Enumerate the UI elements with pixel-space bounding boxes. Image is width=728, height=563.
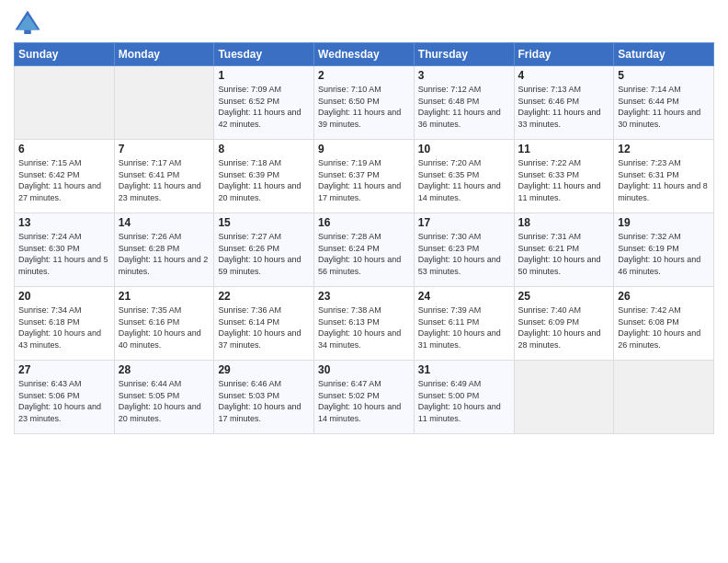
day-info: Sunrise: 7:27 AM Sunset: 6:26 PM Dayligh… bbox=[218, 231, 310, 277]
logo-icon bbox=[14, 9, 41, 37]
day-info: Sunrise: 7:38 AM Sunset: 6:13 PM Dayligh… bbox=[318, 304, 410, 350]
day-number: 1 bbox=[218, 69, 310, 82]
day-number: 9 bbox=[318, 143, 410, 155]
day-number: 13 bbox=[18, 216, 110, 229]
calendar-cell: 27Sunrise: 6:43 AM Sunset: 5:06 PM Dayli… bbox=[15, 361, 115, 434]
week-row-5: 27Sunrise: 6:43 AM Sunset: 5:06 PM Dayli… bbox=[15, 361, 714, 434]
day-info: Sunrise: 6:49 AM Sunset: 5:00 PM Dayligh… bbox=[418, 378, 510, 424]
calendar-cell: 4Sunrise: 7:13 AM Sunset: 6:46 PM Daylig… bbox=[514, 66, 614, 140]
calendar-cell: 31Sunrise: 6:49 AM Sunset: 5:00 PM Dayli… bbox=[414, 361, 514, 434]
calendar-cell: 16Sunrise: 7:28 AM Sunset: 6:24 PM Dayli… bbox=[314, 213, 415, 287]
day-info: Sunrise: 7:14 AM Sunset: 6:44 PM Dayligh… bbox=[618, 84, 710, 130]
day-number: 18 bbox=[518, 216, 610, 229]
day-number: 3 bbox=[418, 69, 510, 82]
week-row-3: 13Sunrise: 7:24 AM Sunset: 6:30 PM Dayli… bbox=[15, 213, 714, 287]
calendar-cell: 10Sunrise: 7:20 AM Sunset: 6:35 PM Dayli… bbox=[414, 140, 514, 213]
day-number: 15 bbox=[218, 216, 310, 229]
day-info: Sunrise: 7:13 AM Sunset: 6:46 PM Dayligh… bbox=[518, 84, 610, 130]
day-number: 29 bbox=[218, 363, 310, 376]
calendar-cell: 9Sunrise: 7:19 AM Sunset: 6:37 PM Daylig… bbox=[314, 140, 415, 213]
weekday-header-saturday: Saturday bbox=[614, 43, 714, 66]
calendar-cell: 13Sunrise: 7:24 AM Sunset: 6:30 PM Dayli… bbox=[15, 213, 115, 287]
day-info: Sunrise: 7:12 AM Sunset: 6:48 PM Dayligh… bbox=[418, 84, 510, 130]
calendar-cell: 11Sunrise: 7:22 AM Sunset: 6:33 PM Dayli… bbox=[514, 140, 614, 213]
calendar-table: SundayMondayTuesdayWednesdayThursdayFrid… bbox=[14, 42, 714, 434]
calendar-cell bbox=[114, 66, 214, 140]
weekday-header-sunday: Sunday bbox=[15, 43, 115, 66]
day-number: 14 bbox=[119, 216, 210, 229]
day-info: Sunrise: 7:20 AM Sunset: 6:35 PM Dayligh… bbox=[418, 157, 510, 203]
day-info: Sunrise: 7:28 AM Sunset: 6:24 PM Dayligh… bbox=[318, 231, 410, 277]
calendar-cell: 15Sunrise: 7:27 AM Sunset: 6:26 PM Dayli… bbox=[214, 213, 314, 287]
calendar-header bbox=[14, 9, 714, 37]
calendar-cell: 20Sunrise: 7:34 AM Sunset: 6:18 PM Dayli… bbox=[15, 287, 115, 361]
day-info: Sunrise: 7:22 AM Sunset: 6:33 PM Dayligh… bbox=[518, 157, 610, 203]
calendar-cell: 19Sunrise: 7:32 AM Sunset: 6:19 PM Dayli… bbox=[614, 213, 714, 287]
day-number: 2 bbox=[318, 69, 410, 82]
day-info: Sunrise: 7:26 AM Sunset: 6:28 PM Dayligh… bbox=[119, 231, 210, 277]
calendar-cell: 1Sunrise: 7:09 AM Sunset: 6:52 PM Daylig… bbox=[214, 66, 314, 140]
weekday-header-row: SundayMondayTuesdayWednesdayThursdayFrid… bbox=[15, 43, 714, 66]
day-info: Sunrise: 7:18 AM Sunset: 6:39 PM Dayligh… bbox=[218, 157, 310, 203]
day-info: Sunrise: 7:32 AM Sunset: 6:19 PM Dayligh… bbox=[618, 231, 710, 277]
week-row-4: 20Sunrise: 7:34 AM Sunset: 6:18 PM Dayli… bbox=[15, 287, 714, 361]
weekday-header-friday: Friday bbox=[514, 43, 614, 66]
day-info: Sunrise: 7:35 AM Sunset: 6:16 PM Dayligh… bbox=[119, 304, 210, 350]
calendar-cell: 14Sunrise: 7:26 AM Sunset: 6:28 PM Dayli… bbox=[114, 213, 214, 287]
weekday-header-tuesday: Tuesday bbox=[214, 43, 314, 66]
day-number: 19 bbox=[618, 216, 710, 229]
day-info: Sunrise: 7:34 AM Sunset: 6:18 PM Dayligh… bbox=[18, 304, 110, 350]
day-number: 30 bbox=[318, 363, 410, 376]
calendar-cell: 2Sunrise: 7:10 AM Sunset: 6:50 PM Daylig… bbox=[314, 66, 415, 140]
day-number: 27 bbox=[18, 363, 110, 376]
calendar-cell: 5Sunrise: 7:14 AM Sunset: 6:44 PM Daylig… bbox=[614, 66, 714, 140]
week-row-1: 1Sunrise: 7:09 AM Sunset: 6:52 PM Daylig… bbox=[15, 66, 714, 140]
day-info: Sunrise: 6:47 AM Sunset: 5:02 PM Dayligh… bbox=[318, 378, 410, 424]
day-info: Sunrise: 7:31 AM Sunset: 6:21 PM Dayligh… bbox=[518, 231, 610, 277]
svg-rect-2 bbox=[24, 30, 31, 35]
day-info: Sunrise: 7:15 AM Sunset: 6:42 PM Dayligh… bbox=[18, 157, 110, 203]
day-number: 16 bbox=[318, 216, 410, 229]
calendar-cell: 25Sunrise: 7:40 AM Sunset: 6:09 PM Dayli… bbox=[514, 287, 614, 361]
weekday-header-monday: Monday bbox=[114, 43, 214, 66]
calendar-cell: 22Sunrise: 7:36 AM Sunset: 6:14 PM Dayli… bbox=[214, 287, 314, 361]
day-number: 17 bbox=[418, 216, 510, 229]
day-info: Sunrise: 7:10 AM Sunset: 6:50 PM Dayligh… bbox=[318, 84, 410, 130]
day-info: Sunrise: 7:40 AM Sunset: 6:09 PM Dayligh… bbox=[518, 304, 610, 350]
day-info: Sunrise: 7:30 AM Sunset: 6:23 PM Dayligh… bbox=[418, 231, 510, 277]
calendar-cell: 29Sunrise: 6:46 AM Sunset: 5:03 PM Dayli… bbox=[214, 361, 314, 434]
weekday-header-wednesday: Wednesday bbox=[314, 43, 415, 66]
logo bbox=[14, 9, 45, 37]
day-number: 6 bbox=[18, 143, 110, 155]
day-number: 7 bbox=[119, 143, 210, 155]
day-info: Sunrise: 7:36 AM Sunset: 6:14 PM Dayligh… bbox=[218, 304, 310, 350]
day-number: 5 bbox=[618, 69, 710, 82]
calendar-cell: 21Sunrise: 7:35 AM Sunset: 6:16 PM Dayli… bbox=[114, 287, 214, 361]
day-number: 23 bbox=[318, 290, 410, 303]
weekday-header-thursday: Thursday bbox=[414, 43, 514, 66]
calendar-cell: 26Sunrise: 7:42 AM Sunset: 6:08 PM Dayli… bbox=[614, 287, 714, 361]
day-info: Sunrise: 7:09 AM Sunset: 6:52 PM Dayligh… bbox=[218, 84, 310, 130]
calendar-page: SundayMondayTuesdayWednesdayThursdayFrid… bbox=[0, 0, 728, 563]
calendar-cell: 30Sunrise: 6:47 AM Sunset: 5:02 PM Dayli… bbox=[314, 361, 415, 434]
day-number: 12 bbox=[618, 143, 710, 155]
day-number: 24 bbox=[418, 290, 510, 303]
day-info: Sunrise: 6:44 AM Sunset: 5:05 PM Dayligh… bbox=[119, 378, 210, 424]
day-info: Sunrise: 6:46 AM Sunset: 5:03 PM Dayligh… bbox=[218, 378, 310, 424]
day-number: 20 bbox=[18, 290, 110, 303]
day-number: 25 bbox=[518, 290, 610, 303]
week-row-2: 6Sunrise: 7:15 AM Sunset: 6:42 PM Daylig… bbox=[15, 140, 714, 213]
day-number: 31 bbox=[418, 363, 510, 376]
day-info: Sunrise: 7:39 AM Sunset: 6:11 PM Dayligh… bbox=[418, 304, 510, 350]
calendar-cell: 3Sunrise: 7:12 AM Sunset: 6:48 PM Daylig… bbox=[414, 66, 514, 140]
calendar-cell: 17Sunrise: 7:30 AM Sunset: 6:23 PM Dayli… bbox=[414, 213, 514, 287]
day-info: Sunrise: 7:17 AM Sunset: 6:41 PM Dayligh… bbox=[119, 157, 210, 203]
calendar-cell: 6Sunrise: 7:15 AM Sunset: 6:42 PM Daylig… bbox=[15, 140, 115, 213]
day-number: 26 bbox=[618, 290, 710, 303]
calendar-cell bbox=[15, 66, 115, 140]
day-number: 28 bbox=[119, 363, 210, 376]
day-info: Sunrise: 7:23 AM Sunset: 6:31 PM Dayligh… bbox=[618, 157, 710, 203]
day-number: 10 bbox=[418, 143, 510, 155]
calendar-cell: 23Sunrise: 7:38 AM Sunset: 6:13 PM Dayli… bbox=[314, 287, 415, 361]
calendar-cell bbox=[614, 361, 714, 434]
